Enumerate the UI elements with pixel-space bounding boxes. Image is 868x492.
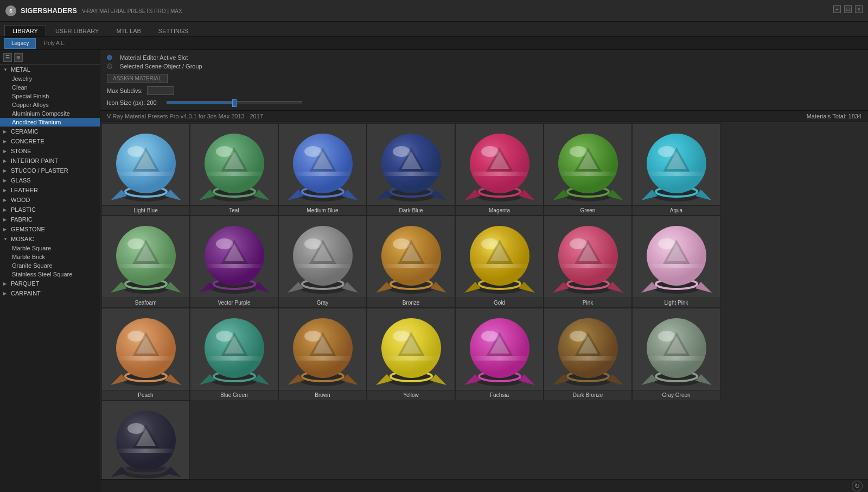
material-label: Vector Purple: [190, 298, 278, 307]
svg-rect-39: [470, 172, 529, 176]
category-mosaic-label: MOSAIC: [11, 236, 34, 242]
category-ceramic[interactable]: ▶ CERAMIC: [0, 127, 100, 136]
svg-rect-151: [470, 356, 529, 361]
arrow-stucco: ▶: [3, 168, 9, 173]
material-label: Yellow: [367, 390, 455, 400]
tab-mtl-lab[interactable]: MTL LAB: [108, 25, 149, 36]
category-plastic-label: PLASTIC: [11, 206, 36, 213]
material-label: Gold: [456, 298, 543, 307]
svg-rect-7: [116, 172, 176, 176]
material-cell-gold[interactable]: Gold: [455, 216, 544, 308]
material-cell-peach[interactable]: Peach: [101, 308, 190, 400]
svg-rect-119: [116, 356, 176, 361]
category-carpaint-label: CARPAINT: [11, 290, 41, 297]
right-panel: Material Editor Active Slot Selected Sce…: [100, 50, 868, 492]
titlebar: S SIGERSHADERS V-RAY MATERIAL PRESETS PR…: [0, 0, 868, 22]
item-copper-alloys[interactable]: Copper Alloys: [0, 100, 100, 109]
category-mosaic[interactable]: ▼ MOSAIC: [0, 234, 100, 244]
category-ceramic-label: CERAMIC: [11, 128, 39, 135]
material-cell-light-pink[interactable]: Light Pink: [632, 216, 720, 308]
category-leather[interactable]: ▶ LEATHER: [0, 185, 100, 195]
material-cell-blue-green[interactable]: Blue Green: [190, 308, 278, 400]
category-glass[interactable]: ▶ GLASS: [0, 175, 100, 185]
svg-rect-79: [293, 264, 353, 268]
material-label: Magenta: [456, 205, 543, 215]
item-special-finish[interactable]: Special Finish: [0, 92, 100, 100]
item-jewelry[interactable]: Jewelry: [0, 74, 100, 83]
arrow-fabric: ▶: [3, 217, 9, 222]
material-cell-aqua[interactable]: Aqua: [632, 123, 720, 216]
assign-material-button[interactable]: ASSIGN MATERIAL: [107, 74, 168, 83]
material-cell-teal[interactable]: Teal: [190, 123, 278, 216]
radio-scene-object[interactable]: [107, 64, 112, 69]
material-cell-fuchsia[interactable]: Fuchsia: [455, 308, 544, 400]
category-stone[interactable]: ▶ STONE: [0, 146, 100, 156]
material-cell-dark-bronze[interactable]: Dark Bronze: [544, 308, 632, 400]
material-label: Medium Blue: [279, 205, 366, 215]
material-row-2: PeachBlue GreenBrownYellowFuchsiaDark Br…: [101, 308, 867, 400]
category-fabric[interactable]: ▶ FABRIC: [0, 215, 100, 224]
material-label: Peach: [102, 390, 189, 400]
material-cell-yellow[interactable]: Yellow: [367, 308, 455, 400]
close-button[interactable]: ×: [855, 5, 863, 13]
svg-rect-95: [470, 264, 529, 268]
material-cell-bronze[interactable]: Bronze: [367, 216, 455, 308]
svg-rect-159: [558, 356, 618, 361]
material-cell-brown[interactable]: Brown: [278, 308, 367, 400]
tab-settings[interactable]: SETTINGS: [150, 25, 196, 36]
material-label: Green: [544, 205, 631, 215]
tab-user-library[interactable]: USER LIBRARY: [47, 25, 107, 36]
max-subdivs-input[interactable]: [147, 86, 174, 95]
category-glass-label: GLASS: [11, 177, 31, 184]
material-cell-gray[interactable]: Gray: [278, 216, 367, 308]
category-interior-paint[interactable]: ▶ INTERIOR PAINT: [0, 156, 100, 166]
item-clean[interactable]: Clean: [0, 83, 100, 92]
refresh-button[interactable]: ↻: [852, 481, 863, 491]
item-granite-square[interactable]: Granite Square: [0, 261, 100, 270]
item-anodized-titanium[interactable]: Anodized Titanium: [0, 118, 100, 127]
material-label: Dark Bronze: [544, 390, 631, 400]
category-stone-label: STONE: [11, 148, 31, 154]
material-label: Gray Green: [633, 390, 720, 400]
material-cell-dark-blue[interactable]: Dark Blue: [367, 123, 455, 216]
category-gemstone[interactable]: ▶ GEMSTONE: [0, 224, 100, 234]
category-plastic[interactable]: ▶ PLASTIC: [0, 205, 100, 215]
category-metal[interactable]: ▼ METAL: [0, 65, 100, 74]
material-cell-row3-item1[interactable]: row3-item1: [101, 400, 190, 479]
minimize-button[interactable]: −: [833, 5, 841, 13]
material-cell-gray-green[interactable]: Gray Green: [632, 308, 720, 400]
material-cell-seafoam[interactable]: Seafoam: [101, 216, 190, 308]
category-wood[interactable]: ▶ WOOD: [0, 195, 100, 205]
arrow-leather: ▶: [3, 188, 9, 193]
sidebar-icon-2[interactable]: ⊞: [14, 53, 23, 62]
category-concrete[interactable]: ▶ CONCRETE: [0, 136, 100, 146]
item-marble-square[interactable]: Marble Square: [0, 244, 100, 253]
item-marble-brick[interactable]: Marble Brick: [0, 253, 100, 261]
max-subdivs-label: Max Subdivs:: [107, 87, 143, 94]
item-stainless-steel-square[interactable]: Stainless Steel Square: [0, 270, 100, 279]
material-cell-medium-blue[interactable]: Medium Blue: [278, 123, 367, 216]
radio-active-slot[interactable]: [107, 55, 112, 60]
arrow-glass: ▶: [3, 178, 9, 183]
material-cell-magenta[interactable]: Magenta: [455, 123, 544, 216]
material-cell-pink[interactable]: Pink: [544, 216, 632, 308]
app-logo: S: [5, 5, 16, 16]
sidebar-icon-1[interactable]: ☰: [3, 53, 12, 62]
material-cell-light-blue[interactable]: Light Blue: [101, 123, 190, 216]
item-aluminium-composite[interactable]: Aluminium Composite: [0, 109, 100, 118]
materials-total: Materials Total: 1834: [807, 113, 861, 119]
app-subtitle: V-RAY MATERIAL PRESETS PRO | MAX: [82, 8, 182, 14]
sub-tab-poly[interactable]: Poly A.L.: [37, 38, 72, 49]
material-cell-vector-purple[interactable]: Vector Purple: [190, 216, 278, 308]
category-carpaint[interactable]: ▶ CARPAINT: [0, 288, 100, 298]
maximize-button[interactable]: □: [844, 5, 852, 13]
tab-library[interactable]: LIBRARY: [4, 25, 46, 36]
svg-rect-175: [116, 449, 176, 453]
category-stucco[interactable]: ▶ STUCCO / PLASTER: [0, 166, 100, 175]
category-parquet[interactable]: ▶ PARQUET: [0, 279, 100, 288]
arrow-mosaic: ▼: [3, 237, 9, 242]
material-cell-green[interactable]: Green: [544, 123, 632, 216]
sidebar-toolbar: ☰ ⊞: [0, 51, 100, 65]
sub-tab-legacy[interactable]: Legacy: [4, 38, 36, 49]
material-label: Fuchsia: [456, 390, 543, 400]
